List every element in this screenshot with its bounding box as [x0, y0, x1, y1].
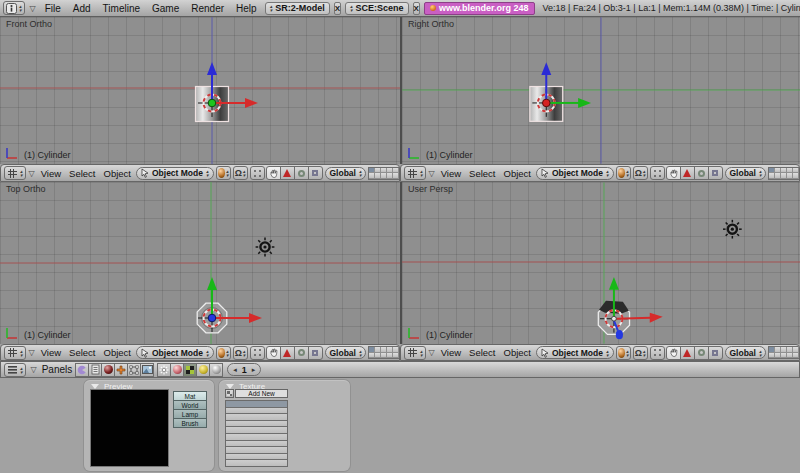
draw-type-button[interactable] — [616, 166, 631, 180]
object-context-button[interactable] — [114, 363, 128, 377]
z-arrow-handle[interactable] — [616, 330, 623, 339]
transform-manipulator[interactable] — [207, 277, 262, 323]
draw-type-button[interactable] — [216, 346, 231, 360]
frame-number-field[interactable]: ◂ 1 ▸ — [227, 363, 261, 376]
y-arrow-handle[interactable] — [578, 98, 591, 108]
x-arrow-handle[interactable] — [249, 313, 262, 323]
menu-file[interactable]: File — [41, 3, 65, 14]
translate-manipulator-button[interactable] — [680, 166, 695, 180]
texture-slot[interactable] — [226, 408, 287, 415]
editor-type-button[interactable] — [4, 166, 26, 180]
menu-select[interactable]: Select — [466, 168, 498, 179]
editor-type-button[interactable] — [404, 346, 426, 360]
menu-select[interactable]: Select — [466, 347, 498, 358]
lamp-object[interactable] — [723, 220, 742, 239]
screen-delete-button[interactable]: X — [334, 2, 341, 15]
transform-manipulator[interactable] — [541, 62, 591, 108]
world-buttons-button[interactable] — [209, 363, 223, 377]
z-arrow-handle[interactable] — [541, 62, 551, 75]
pivot-point-dropdown[interactable]: Ω — [233, 346, 248, 360]
texture-slot[interactable] — [226, 401, 287, 408]
texture-slot[interactable] — [226, 427, 287, 434]
scale-manipulator-button[interactable] — [308, 346, 323, 360]
frame-decrement-icon[interactable]: ◂ — [233, 366, 237, 373]
manipulator-hand-button[interactable] — [266, 166, 281, 180]
layer-buttons-group-1[interactable] — [368, 167, 400, 180]
editor-type-button[interactable] — [4, 363, 26, 377]
orientation-dropdown[interactable]: Global — [725, 167, 767, 180]
z-arrow-handle[interactable] — [207, 62, 217, 75]
header-collapse-icon[interactable]: ▽ — [428, 169, 436, 178]
add-new-texture-button[interactable]: Add New — [235, 389, 288, 398]
transform-manipulator[interactable] — [207, 62, 258, 108]
scale-manipulator-button[interactable] — [708, 346, 723, 360]
mode-dropdown[interactable]: Object Mode — [136, 346, 214, 359]
header-collapse-icon[interactable]: ▽ — [428, 348, 436, 357]
pivot-point-dropdown[interactable]: Ω — [633, 166, 648, 180]
rotate-manipulator-button[interactable] — [294, 346, 309, 360]
snap-button[interactable] — [250, 166, 265, 180]
window-type-button[interactable] — [3, 1, 25, 15]
texture-browse-button[interactable] — [225, 389, 234, 398]
viewport-top-ortho[interactable]: Top Ortho (1) Cylinder — [0, 182, 400, 344]
header-collapse-icon[interactable]: ▽ — [28, 348, 36, 357]
viewport-front-ortho[interactable]: Front Ortho (1) Cylinder — [0, 17, 400, 164]
menu-object[interactable]: Object — [101, 168, 134, 179]
texture-slot[interactable] — [226, 447, 287, 454]
scene-delete-button[interactable]: X — [413, 2, 420, 15]
mode-dropdown[interactable]: Object Mode — [136, 167, 214, 180]
viewport-user-persp[interactable]: User Persp (1) Cylinder — [400, 182, 800, 344]
mode-dropdown[interactable]: Object Mode — [536, 346, 614, 359]
x-arrow-handle[interactable] — [650, 313, 663, 323]
logic-context-button[interactable] — [75, 363, 89, 377]
header-collapse-icon[interactable]: ▽ — [28, 169, 36, 178]
manipulator-hand-button[interactable] — [666, 346, 681, 360]
layer-buttons-group-1[interactable] — [768, 167, 800, 180]
texture-slot[interactable] — [226, 414, 287, 421]
scale-manipulator-button[interactable] — [708, 166, 723, 180]
texture-buttons-button[interactable] — [183, 363, 197, 377]
translate-manipulator-button[interactable] — [280, 166, 295, 180]
manipulator-hand-button[interactable] — [266, 346, 281, 360]
menu-object[interactable]: Object — [501, 168, 534, 179]
translate-manipulator-button[interactable] — [680, 346, 695, 360]
rotate-manipulator-button[interactable] — [694, 166, 709, 180]
buttons-window-workspace[interactable]: Preview MatWorldLampBrush Texture Add Ne… — [0, 378, 800, 473]
menu-view[interactable]: View — [438, 347, 464, 358]
material-buttons-button[interactable] — [170, 363, 184, 377]
scene-context-button[interactable] — [140, 363, 154, 377]
y-arrow-handle[interactable] — [609, 277, 619, 290]
menu-select[interactable]: Select — [66, 347, 98, 358]
rotate-manipulator-button[interactable] — [694, 346, 709, 360]
menu-help[interactable]: Help — [232, 3, 261, 14]
menu-select[interactable]: Select — [66, 168, 98, 179]
x-arrow-handle[interactable] — [245, 98, 258, 108]
menu-add[interactable]: Add — [69, 3, 95, 14]
radiosity-buttons-button[interactable] — [196, 363, 210, 377]
menu-view[interactable]: View — [438, 168, 464, 179]
preview-type-button-brush[interactable]: Brush — [173, 418, 207, 428]
script-context-button[interactable] — [88, 363, 102, 377]
blender-version-badge[interactable]: www.blender.org 248 — [424, 2, 535, 15]
layer-buttons-group-1[interactable] — [368, 346, 400, 359]
screen-selector[interactable]: SR:2-Model — [265, 2, 330, 15]
menu-view[interactable]: View — [38, 168, 64, 179]
draw-type-button[interactable] — [616, 346, 631, 360]
menu-render[interactable]: Render — [187, 3, 228, 14]
header-collapse-icon[interactable]: ▽ — [30, 365, 38, 374]
rotate-manipulator-button[interactable] — [294, 166, 309, 180]
snap-button[interactable] — [650, 166, 665, 180]
lamp-buttons-button[interactable] — [157, 363, 171, 377]
orientation-dropdown[interactable]: Global — [725, 346, 767, 359]
shading-context-button[interactable] — [101, 363, 115, 377]
texture-slot[interactable] — [226, 434, 287, 441]
snap-button[interactable] — [250, 346, 265, 360]
translate-manipulator-button[interactable] — [280, 346, 295, 360]
mode-dropdown[interactable]: Object Mode — [536, 167, 614, 180]
menu-timeline[interactable]: Timeline — [99, 3, 144, 14]
texture-slot[interactable] — [226, 441, 287, 448]
pivot-point-dropdown[interactable]: Ω — [633, 346, 648, 360]
y-arrow-handle[interactable] — [207, 277, 217, 290]
layer-buttons-group-1[interactable] — [768, 346, 800, 359]
orientation-dropdown[interactable]: Global — [325, 346, 367, 359]
